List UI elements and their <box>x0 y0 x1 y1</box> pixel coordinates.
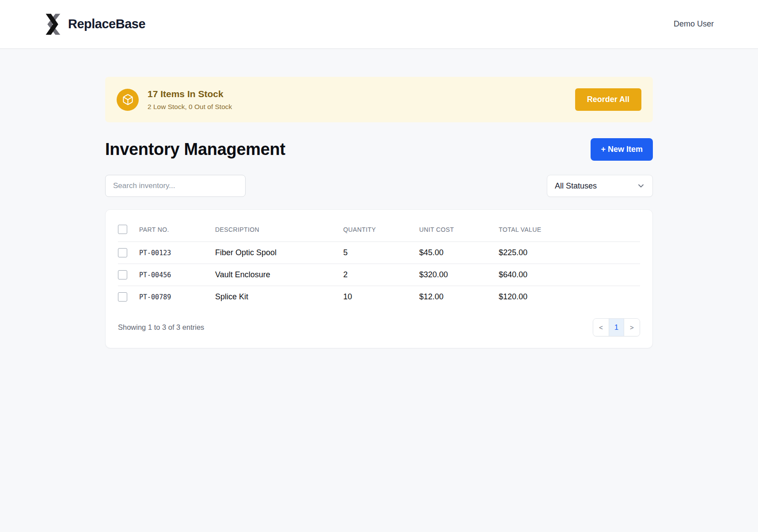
cell-quantity: 10 <box>343 286 419 308</box>
table-row: PT-00456 Vault Enclosure 2 $320.00 $640.… <box>118 264 640 286</box>
pagination-next-button[interactable]: > <box>624 319 640 336</box>
pagination-prev-button[interactable]: < <box>593 319 609 336</box>
pagination-page-1-button[interactable]: 1 <box>609 319 624 336</box>
row-checkbox[interactable] <box>118 292 127 302</box>
brand-name: ReplaceBase <box>68 17 145 31</box>
row-checkbox[interactable] <box>118 270 127 279</box>
cell-quantity: 2 <box>343 264 419 286</box>
cell-total-value: $225.00 <box>499 242 640 264</box>
inventory-table: PART NO. DESCRIPTION QUANTITY UNIT COST … <box>118 222 640 308</box>
cell-description: Splice Kit <box>215 286 343 308</box>
cell-total-value: $120.00 <box>499 286 640 308</box>
brand[interactable]: ReplaceBase <box>44 13 145 35</box>
column-header-part-no: PART NO. <box>139 222 215 242</box>
filter-row: All Statuses <box>105 175 653 197</box>
inventory-table-card: PART NO. DESCRIPTION QUANTITY UNIT COST … <box>105 209 653 348</box>
stock-title: 17 Items In Stock <box>148 88 232 99</box>
box-icon <box>117 89 139 111</box>
stock-texts: 17 Items In Stock 2 Low Stock, 0 Out of … <box>148 88 232 110</box>
cell-quantity: 5 <box>343 242 419 264</box>
app-header: ReplaceBase Demo User <box>0 0 758 49</box>
reorder-all-button[interactable]: Reorder All <box>575 88 641 111</box>
table-row: PT-00789 Splice Kit 10 $12.00 $120.00 <box>118 286 640 308</box>
cell-description: Vault Enclosure <box>215 264 343 286</box>
cell-part-no: PT-00456 <box>139 264 215 286</box>
cell-unit-cost: $12.00 <box>419 286 499 308</box>
entries-summary: Showing 1 to 3 of 3 entries <box>118 323 204 332</box>
cell-part-no: PT-00789 <box>139 286 215 308</box>
cell-total-value: $640.00 <box>499 264 640 286</box>
new-item-button[interactable]: + New Item <box>591 138 653 161</box>
status-filter-value: All Statuses <box>555 181 597 191</box>
column-header-total-value: TOTAL VALUE <box>499 222 640 242</box>
stock-status-banner: 17 Items In Stock 2 Low Stock, 0 Out of … <box>105 77 653 122</box>
status-filter-select[interactable]: All Statuses <box>547 175 653 197</box>
main-content: 17 Items In Stock 2 Low Stock, 0 Out of … <box>105 49 653 401</box>
brand-logo-icon <box>44 13 62 35</box>
column-header-quantity: QUANTITY <box>343 222 419 242</box>
table-footer: Showing 1 to 3 of 3 entries < 1 > <box>118 318 640 336</box>
table-header-row: PART NO. DESCRIPTION QUANTITY UNIT COST … <box>118 222 640 242</box>
column-header-unit-cost: UNIT COST <box>419 222 499 242</box>
cell-part-no: PT-00123 <box>139 242 215 264</box>
chevron-down-icon <box>637 181 645 190</box>
cell-unit-cost: $45.00 <box>419 242 499 264</box>
row-checkbox[interactable] <box>118 248 127 257</box>
stock-subtitle: 2 Low Stock, 0 Out of Stock <box>148 103 232 111</box>
table-row: PT-00123 Fiber Optic Spool 5 $45.00 $225… <box>118 242 640 264</box>
user-menu[interactable]: Demo User <box>674 19 714 29</box>
pagination: < 1 > <box>593 318 640 336</box>
select-all-checkbox[interactable] <box>118 225 127 234</box>
search-input[interactable] <box>105 175 246 197</box>
column-header-description: DESCRIPTION <box>215 222 343 242</box>
page-title: Inventory Management <box>105 140 285 159</box>
cell-unit-cost: $320.00 <box>419 264 499 286</box>
cell-description: Fiber Optic Spool <box>215 242 343 264</box>
title-row: Inventory Management + New Item <box>105 138 653 161</box>
